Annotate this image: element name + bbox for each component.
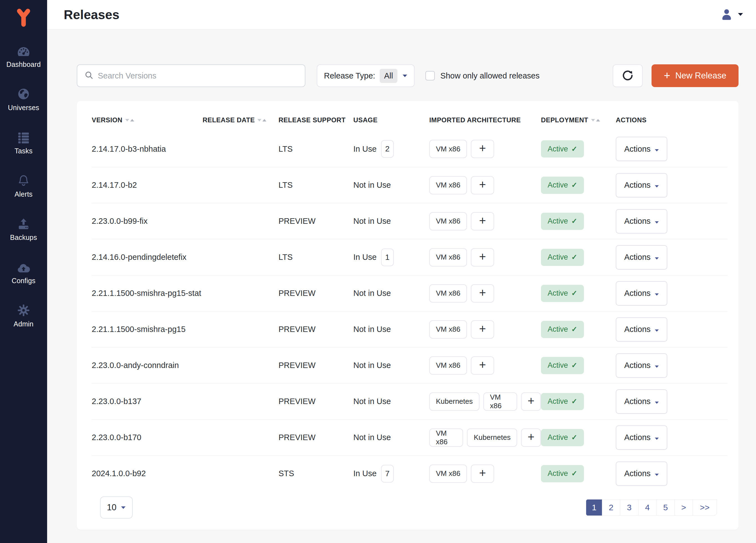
architecture-cell: VM x86+ [429,356,541,375]
architecture-chip: VM x86 [429,140,467,158]
usage-cell: Not in Use [353,216,429,226]
version-cell: 2.14.17.0-b2 [92,180,203,190]
architecture-chip: VM x86 [429,429,463,447]
page-button-4[interactable]: 4 [638,499,657,516]
page-button-1[interactable]: 1 [586,499,602,516]
deployment-cell: Active ✓ [541,321,616,338]
sidebar-item-backups[interactable]: Backups [0,216,47,259]
architecture-chip: VM x86 [429,320,467,339]
actions-button[interactable]: Actions [616,317,667,342]
architecture-cell: KubernetesVM x86+ [429,393,541,411]
column-header-release-date[interactable]: RELEASE DATE [203,116,279,124]
deployment-status-badge: Active ✓ [541,213,584,230]
actions-button[interactable]: Actions [616,462,667,486]
new-release-button[interactable]: + New Release [652,64,739,87]
search-input[interactable] [98,71,298,80]
sidebar-item-universes[interactable]: Universes [0,86,47,129]
checkbox-label: Show only allowed releases [440,71,540,80]
architecture-cell: VM x86+ [429,176,541,194]
column-label: VERSION [92,116,122,124]
chevron-down-icon [655,469,659,478]
page-button-5[interactable]: 5 [656,499,675,516]
cloud-upload-icon [17,259,30,274]
release-support-cell: LTS [279,144,353,154]
sidebar-item-tasks[interactable]: Tasks [0,129,47,172]
release-support-cell: PREVIEW [279,216,353,226]
actions-button[interactable]: Actions [616,173,667,197]
page-button-2[interactable]: 2 [602,499,620,516]
actions-button[interactable]: Actions [616,281,667,306]
add-architecture-button[interactable]: + [471,356,494,375]
actions-button[interactable]: Actions [616,425,667,450]
actions-label: Actions [624,361,650,370]
add-architecture-button[interactable]: + [471,284,494,303]
column-header-version[interactable]: VERSION [92,116,203,124]
table-row: 2.23.0.0-andy-conndrainPREVIEWNot in Use… [92,347,727,383]
architecture-cell: VM x86+ [429,248,541,266]
table-body: 2.14.17.0-b3-nbhatiaLTSIn Use2VM x86+ Ac… [92,131,727,491]
sidebar-item-alerts[interactable]: Alerts [0,172,47,216]
release-type-dropdown[interactable]: Release Type: All [317,64,415,87]
actions-cell: Actions [616,389,727,414]
column-label: ACTIONS [616,116,647,124]
refresh-button[interactable] [613,64,643,87]
allowed-releases-checkbox[interactable]: Show only allowed releases [425,71,540,80]
sidebar-item-label: Backups [10,233,37,241]
bell-icon [17,172,30,187]
release-support-cell: PREVIEW [279,361,353,370]
version-cell: 2.21.1.1500-smishra-pg15 [92,325,203,334]
deployment-status-badge: Active ✓ [541,140,584,157]
add-architecture-button[interactable]: + [471,320,494,339]
actions-button[interactable]: Actions [616,389,667,414]
chevron-down-icon [655,289,659,298]
page-size-select[interactable]: 10 [100,496,133,519]
sidebar-item-label: Configs [12,277,35,285]
user-menu[interactable] [721,8,743,21]
checkbox-box[interactable] [425,71,435,80]
table-row: 2.14.16.0-pendingdeletefixLTSIn Use1VM x… [92,239,727,275]
table-row: 2.21.1.1500-smishra-pg15PREVIEWNot in Us… [92,311,727,347]
upload-icon [17,216,30,230]
add-architecture-button[interactable]: + [471,140,494,158]
status-label: Active [548,469,568,478]
add-architecture-button[interactable]: + [521,393,541,411]
architecture-cell: VM x86Kubernetes+ [429,429,541,447]
last-page-button[interactable]: >> [693,499,717,516]
usage-text: Not in Use [353,361,391,370]
actions-button[interactable]: Actions [616,245,667,269]
deployment-status-badge: Active ✓ [541,465,584,482]
yugabyte-logo[interactable] [15,6,32,29]
column-header-release-support: RELEASE SUPPORT [279,116,353,124]
add-architecture-button[interactable]: + [471,465,494,483]
add-architecture-button[interactable]: + [471,176,494,194]
actions-button[interactable]: Actions [616,209,667,233]
page-button-3[interactable]: 3 [620,499,638,516]
actions-button[interactable]: Actions [616,353,667,378]
column-header-deployment[interactable]: DEPLOYMENT [541,116,616,124]
check-icon: ✓ [571,433,578,442]
actions-cell: Actions [616,462,727,486]
gear-icon [17,302,30,317]
add-architecture-button[interactable]: + [471,212,494,230]
release-support-cell: PREVIEW [279,325,353,334]
architecture-chip: VM x86 [429,284,467,303]
add-architecture-button[interactable]: + [521,429,541,447]
table-row: 2.14.17.0-b2LTSNot in UseVM x86+ Active … [92,167,727,203]
user-icon [721,8,733,21]
release-support-cell: LTS [279,252,353,262]
sidebar-item-dashboard[interactable]: Dashboard [0,43,47,86]
deployment-cell: Active ✓ [541,285,616,302]
sidebar-item-configs[interactable]: Configs [0,259,47,302]
next-page-button[interactable]: > [675,499,693,516]
status-label: Active [548,217,568,225]
actions-button[interactable]: Actions [616,137,667,161]
usage-cell: Not in Use [353,289,429,298]
usage-text: In Use [353,469,377,478]
deployment-status-badge: Active ✓ [541,249,584,266]
chevron-down-icon [402,74,407,77]
topbar: Releases [47,0,756,29]
add-architecture-button[interactable]: + [471,248,494,266]
main-area: Releases [47,0,756,543]
architecture-cell: VM x86+ [429,140,541,158]
sidebar-item-admin[interactable]: Admin [0,302,47,346]
